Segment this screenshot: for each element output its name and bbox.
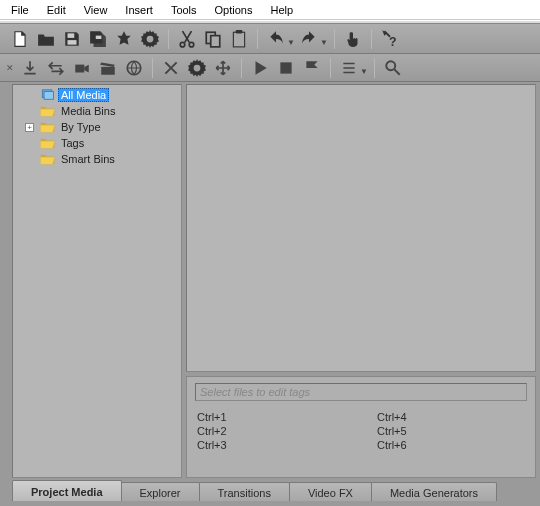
stop-icon[interactable]: [274, 56, 298, 80]
tree-item-label: All Media: [58, 88, 109, 102]
tree-item-label: Smart Bins: [58, 152, 118, 166]
redo-icon[interactable]: [297, 27, 321, 51]
media-props-icon[interactable]: [211, 56, 235, 80]
tree-item-tags[interactable]: +Tags: [13, 135, 181, 151]
play-icon[interactable]: [248, 56, 272, 80]
expand-toggle-icon[interactable]: +: [25, 123, 34, 132]
media-preview-area: [186, 84, 536, 372]
tab-media-generators[interactable]: Media Generators: [371, 482, 497, 501]
content-area: +All Media+Media Bins+By Type+Tags+Smart…: [0, 82, 540, 480]
tab-video-fx[interactable]: Video FX: [289, 482, 372, 501]
menu-view[interactable]: View: [75, 2, 117, 18]
media-tree-panel: +All Media+Media Bins+By Type+Tags+Smart…: [12, 84, 182, 478]
save-as-icon[interactable]: [86, 27, 110, 51]
paste-icon[interactable]: [227, 27, 251, 51]
shortcut-label[interactable]: Ctrl+3: [197, 439, 347, 451]
tree-item-all-media[interactable]: +All Media: [13, 87, 181, 103]
menu-options[interactable]: Options: [206, 2, 262, 18]
separator: [152, 58, 153, 78]
separator: [241, 58, 242, 78]
tree-item-smart-bins[interactable]: +Smart Bins: [13, 151, 181, 167]
tree-item-label: Media Bins: [58, 104, 118, 118]
sub-toolbar: ✕ ▼: [0, 54, 540, 82]
folder-icon: [39, 136, 55, 150]
tree-item-label: Tags: [58, 136, 87, 150]
folder-icon: [39, 120, 55, 134]
media-stack-icon: [39, 88, 55, 102]
shortcut-label[interactable]: Ctrl+6: [377, 439, 527, 451]
menubar: FileEditViewInsertToolsOptionsHelp: [0, 0, 540, 20]
menu-help[interactable]: Help: [261, 2, 302, 18]
close-panel-icon[interactable]: ✕: [4, 63, 16, 73]
auto-preview-icon[interactable]: [300, 56, 324, 80]
copy-icon[interactable]: [201, 27, 225, 51]
tree-item-by-type[interactable]: +By Type: [13, 119, 181, 135]
tab-transitions[interactable]: Transitions: [199, 482, 290, 501]
touch-icon[interactable]: [341, 27, 365, 51]
shortcut-label[interactable]: Ctrl+1: [197, 411, 347, 423]
shortcut-label[interactable]: Ctrl+2: [197, 425, 347, 437]
import-icon[interactable]: [18, 56, 42, 80]
main-toolbar: ▼▼: [0, 24, 540, 54]
separator: [334, 29, 335, 49]
separator: [257, 29, 258, 49]
cut-icon[interactable]: [175, 27, 199, 51]
media-fx-icon[interactable]: [185, 56, 209, 80]
capture-arrow-icon[interactable]: [44, 56, 68, 80]
capture-video-icon[interactable]: [70, 56, 94, 80]
separator: [330, 58, 331, 78]
menu-edit[interactable]: Edit: [38, 2, 75, 18]
save-icon[interactable]: [60, 27, 84, 51]
menu-tools[interactable]: Tools: [162, 2, 206, 18]
get-web-icon[interactable]: [122, 56, 146, 80]
menu-file[interactable]: File: [2, 2, 38, 18]
right-panel: Select files to edit tags Ctrl+1Ctrl+4Ct…: [186, 84, 536, 478]
folder-icon: [39, 104, 55, 118]
separator: [374, 58, 375, 78]
help-icon[interactable]: [378, 27, 402, 51]
remove-icon[interactable]: [159, 56, 183, 80]
dropdown-arrow-icon[interactable]: ▼: [287, 30, 295, 47]
tab-project-media[interactable]: Project Media: [12, 480, 122, 501]
dropdown-arrow-icon[interactable]: ▼: [320, 30, 328, 47]
bottom-tabs: Project MediaExplorerTransitionsVideo FX…: [0, 480, 540, 501]
menu-insert[interactable]: Insert: [116, 2, 162, 18]
undo-icon[interactable]: [264, 27, 288, 51]
separator: [371, 29, 372, 49]
tab-explorer[interactable]: Explorer: [121, 482, 200, 501]
tags-input[interactable]: Select files to edit tags: [195, 383, 527, 401]
folder-icon: [39, 152, 55, 166]
open-folder-icon[interactable]: [34, 27, 58, 51]
shortcut-label[interactable]: Ctrl+5: [377, 425, 527, 437]
views-icon[interactable]: [337, 56, 361, 80]
render-icon[interactable]: [112, 27, 136, 51]
tags-panel: Select files to edit tags Ctrl+1Ctrl+4Ct…: [186, 376, 536, 478]
search-icon[interactable]: [381, 56, 405, 80]
capture-clap-icon[interactable]: [96, 56, 120, 80]
tree-item-label: By Type: [58, 120, 104, 134]
new-doc-icon[interactable]: [8, 27, 32, 51]
properties-icon[interactable]: [138, 27, 162, 51]
shortcut-label[interactable]: Ctrl+4: [377, 411, 527, 423]
separator: [168, 29, 169, 49]
dropdown-arrow-icon[interactable]: ▼: [360, 59, 368, 76]
tree-item-media-bins[interactable]: +Media Bins: [13, 103, 181, 119]
